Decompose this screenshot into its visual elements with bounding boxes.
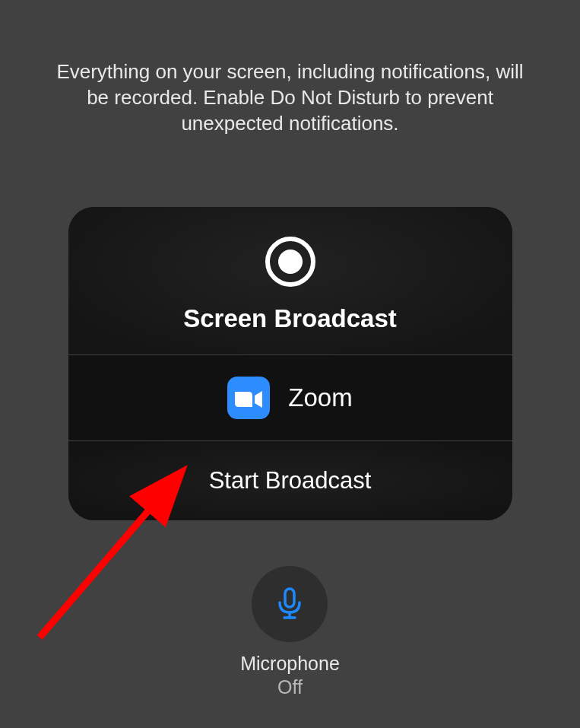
broadcast-app-label: Zoom [288,383,352,412]
start-broadcast-button[interactable]: Start Broadcast [68,441,512,520]
svg-point-1 [278,250,303,274]
broadcast-card: Screen Broadcast Zoom Start Broadcast [68,207,512,520]
svg-rect-2 [285,589,294,607]
card-header: Screen Broadcast [68,207,512,354]
microphone-icon [271,584,308,624]
record-icon [265,236,316,288]
microphone-status: Off [277,676,303,698]
microphone-label: Microphone [240,653,340,675]
card-title: Screen Broadcast [183,304,397,333]
microphone-section: Microphone Off [240,566,340,698]
instruction-text: Everything on your screen, including not… [0,0,580,136]
microphone-toggle-button[interactable] [252,566,328,642]
start-broadcast-label: Start Broadcast [209,467,372,494]
zoom-app-icon [227,377,270,419]
broadcast-app-option[interactable]: Zoom [68,355,512,440]
